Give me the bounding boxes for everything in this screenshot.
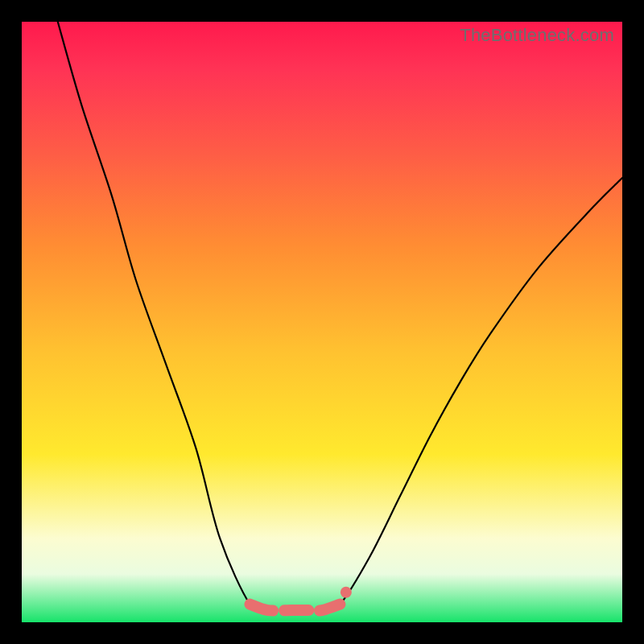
highlight-markers [250,587,351,611]
curve-left [58,22,268,611]
curve-right [322,178,622,610]
marker-stroke [250,605,340,611]
chart-plot-area: TheBottleneck.com [22,22,622,622]
chart-svg [22,22,622,622]
marker-dot [341,587,352,598]
